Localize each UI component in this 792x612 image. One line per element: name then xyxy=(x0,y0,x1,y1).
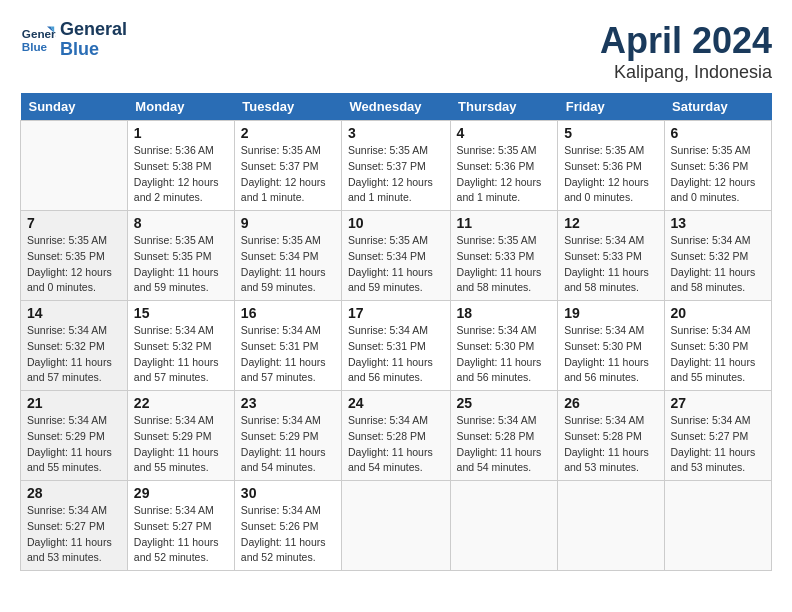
weekday-header-row: SundayMondayTuesdayWednesdayThursdayFrid… xyxy=(21,93,772,121)
month-title: April 2024 xyxy=(600,20,772,62)
day-info: Sunrise: 5:35 AMSunset: 5:35 PMDaylight:… xyxy=(134,233,228,296)
day-number: 3 xyxy=(348,125,444,141)
day-number: 11 xyxy=(457,215,552,231)
calendar-cell: 4Sunrise: 5:35 AMSunset: 5:36 PMDaylight… xyxy=(450,121,558,211)
day-info: Sunrise: 5:35 AMSunset: 5:36 PMDaylight:… xyxy=(457,143,552,206)
weekday-header: Monday xyxy=(127,93,234,121)
calendar-cell: 8Sunrise: 5:35 AMSunset: 5:35 PMDaylight… xyxy=(127,211,234,301)
day-info: Sunrise: 5:34 AMSunset: 5:26 PMDaylight:… xyxy=(241,503,335,566)
calendar-cell: 15Sunrise: 5:34 AMSunset: 5:32 PMDayligh… xyxy=(127,301,234,391)
calendar-cell: 17Sunrise: 5:34 AMSunset: 5:31 PMDayligh… xyxy=(342,301,451,391)
day-number: 10 xyxy=(348,215,444,231)
day-number: 7 xyxy=(27,215,121,231)
calendar-cell xyxy=(558,481,664,571)
day-info: Sunrise: 5:34 AMSunset: 5:32 PMDaylight:… xyxy=(671,233,765,296)
day-number: 14 xyxy=(27,305,121,321)
logo-text-blue: Blue xyxy=(60,40,127,60)
day-number: 8 xyxy=(134,215,228,231)
calendar-cell: 26Sunrise: 5:34 AMSunset: 5:28 PMDayligh… xyxy=(558,391,664,481)
day-info: Sunrise: 5:34 AMSunset: 5:28 PMDaylight:… xyxy=(457,413,552,476)
day-info: Sunrise: 5:34 AMSunset: 5:30 PMDaylight:… xyxy=(671,323,765,386)
calendar-cell xyxy=(342,481,451,571)
logo-icon: General Blue xyxy=(20,22,56,58)
weekday-header: Sunday xyxy=(21,93,128,121)
day-number: 21 xyxy=(27,395,121,411)
calendar-table: SundayMondayTuesdayWednesdayThursdayFrid… xyxy=(20,93,772,571)
day-info: Sunrise: 5:34 AMSunset: 5:27 PMDaylight:… xyxy=(134,503,228,566)
calendar-cell: 19Sunrise: 5:34 AMSunset: 5:30 PMDayligh… xyxy=(558,301,664,391)
calendar-cell: 9Sunrise: 5:35 AMSunset: 5:34 PMDaylight… xyxy=(234,211,341,301)
day-info: Sunrise: 5:34 AMSunset: 5:29 PMDaylight:… xyxy=(134,413,228,476)
weekday-header: Friday xyxy=(558,93,664,121)
day-info: Sunrise: 5:36 AMSunset: 5:38 PMDaylight:… xyxy=(134,143,228,206)
day-number: 20 xyxy=(671,305,765,321)
day-number: 22 xyxy=(134,395,228,411)
calendar-cell: 10Sunrise: 5:35 AMSunset: 5:34 PMDayligh… xyxy=(342,211,451,301)
calendar-week-row: 14Sunrise: 5:34 AMSunset: 5:32 PMDayligh… xyxy=(21,301,772,391)
calendar-cell: 28Sunrise: 5:34 AMSunset: 5:27 PMDayligh… xyxy=(21,481,128,571)
calendar-cell: 30Sunrise: 5:34 AMSunset: 5:26 PMDayligh… xyxy=(234,481,341,571)
day-info: Sunrise: 5:34 AMSunset: 5:30 PMDaylight:… xyxy=(564,323,657,386)
calendar-cell xyxy=(21,121,128,211)
day-info: Sunrise: 5:35 AMSunset: 5:33 PMDaylight:… xyxy=(457,233,552,296)
day-number: 18 xyxy=(457,305,552,321)
calendar-cell: 6Sunrise: 5:35 AMSunset: 5:36 PMDaylight… xyxy=(664,121,771,211)
calendar-cell: 11Sunrise: 5:35 AMSunset: 5:33 PMDayligh… xyxy=(450,211,558,301)
day-info: Sunrise: 5:34 AMSunset: 5:28 PMDaylight:… xyxy=(564,413,657,476)
weekday-header: Thursday xyxy=(450,93,558,121)
day-number: 1 xyxy=(134,125,228,141)
day-number: 27 xyxy=(671,395,765,411)
day-info: Sunrise: 5:34 AMSunset: 5:33 PMDaylight:… xyxy=(564,233,657,296)
day-number: 28 xyxy=(27,485,121,501)
weekday-header: Wednesday xyxy=(342,93,451,121)
day-info: Sunrise: 5:35 AMSunset: 5:37 PMDaylight:… xyxy=(348,143,444,206)
title-area: April 2024 Kalipang, Indonesia xyxy=(600,20,772,83)
day-info: Sunrise: 5:35 AMSunset: 5:34 PMDaylight:… xyxy=(241,233,335,296)
day-number: 2 xyxy=(241,125,335,141)
page-header: General Blue General Blue April 2024 Kal… xyxy=(20,20,772,83)
calendar-week-row: 28Sunrise: 5:34 AMSunset: 5:27 PMDayligh… xyxy=(21,481,772,571)
day-number: 23 xyxy=(241,395,335,411)
calendar-cell: 23Sunrise: 5:34 AMSunset: 5:29 PMDayligh… xyxy=(234,391,341,481)
calendar-cell: 16Sunrise: 5:34 AMSunset: 5:31 PMDayligh… xyxy=(234,301,341,391)
day-info: Sunrise: 5:35 AMSunset: 5:37 PMDaylight:… xyxy=(241,143,335,206)
day-number: 17 xyxy=(348,305,444,321)
calendar-cell: 14Sunrise: 5:34 AMSunset: 5:32 PMDayligh… xyxy=(21,301,128,391)
calendar-cell: 25Sunrise: 5:34 AMSunset: 5:28 PMDayligh… xyxy=(450,391,558,481)
calendar-cell: 3Sunrise: 5:35 AMSunset: 5:37 PMDaylight… xyxy=(342,121,451,211)
calendar-cell xyxy=(450,481,558,571)
calendar-week-row: 7Sunrise: 5:35 AMSunset: 5:35 PMDaylight… xyxy=(21,211,772,301)
day-number: 24 xyxy=(348,395,444,411)
logo: General Blue General Blue xyxy=(20,20,127,60)
day-number: 4 xyxy=(457,125,552,141)
calendar-cell: 5Sunrise: 5:35 AMSunset: 5:36 PMDaylight… xyxy=(558,121,664,211)
day-number: 15 xyxy=(134,305,228,321)
calendar-cell: 20Sunrise: 5:34 AMSunset: 5:30 PMDayligh… xyxy=(664,301,771,391)
calendar-cell: 1Sunrise: 5:36 AMSunset: 5:38 PMDaylight… xyxy=(127,121,234,211)
day-number: 30 xyxy=(241,485,335,501)
location-title: Kalipang, Indonesia xyxy=(600,62,772,83)
day-number: 9 xyxy=(241,215,335,231)
day-info: Sunrise: 5:34 AMSunset: 5:31 PMDaylight:… xyxy=(241,323,335,386)
day-number: 26 xyxy=(564,395,657,411)
day-number: 19 xyxy=(564,305,657,321)
day-number: 13 xyxy=(671,215,765,231)
day-info: Sunrise: 5:34 AMSunset: 5:32 PMDaylight:… xyxy=(134,323,228,386)
weekday-header: Tuesday xyxy=(234,93,341,121)
calendar-cell: 21Sunrise: 5:34 AMSunset: 5:29 PMDayligh… xyxy=(21,391,128,481)
day-number: 25 xyxy=(457,395,552,411)
calendar-cell: 13Sunrise: 5:34 AMSunset: 5:32 PMDayligh… xyxy=(664,211,771,301)
day-info: Sunrise: 5:34 AMSunset: 5:29 PMDaylight:… xyxy=(241,413,335,476)
day-info: Sunrise: 5:34 AMSunset: 5:31 PMDaylight:… xyxy=(348,323,444,386)
day-info: Sunrise: 5:34 AMSunset: 5:27 PMDaylight:… xyxy=(671,413,765,476)
calendar-cell: 12Sunrise: 5:34 AMSunset: 5:33 PMDayligh… xyxy=(558,211,664,301)
weekday-header: Saturday xyxy=(664,93,771,121)
day-number: 6 xyxy=(671,125,765,141)
calendar-cell xyxy=(664,481,771,571)
calendar-cell: 7Sunrise: 5:35 AMSunset: 5:35 PMDaylight… xyxy=(21,211,128,301)
day-info: Sunrise: 5:35 AMSunset: 5:35 PMDaylight:… xyxy=(27,233,121,296)
calendar-cell: 18Sunrise: 5:34 AMSunset: 5:30 PMDayligh… xyxy=(450,301,558,391)
day-info: Sunrise: 5:35 AMSunset: 5:34 PMDaylight:… xyxy=(348,233,444,296)
day-number: 16 xyxy=(241,305,335,321)
day-info: Sunrise: 5:34 AMSunset: 5:30 PMDaylight:… xyxy=(457,323,552,386)
